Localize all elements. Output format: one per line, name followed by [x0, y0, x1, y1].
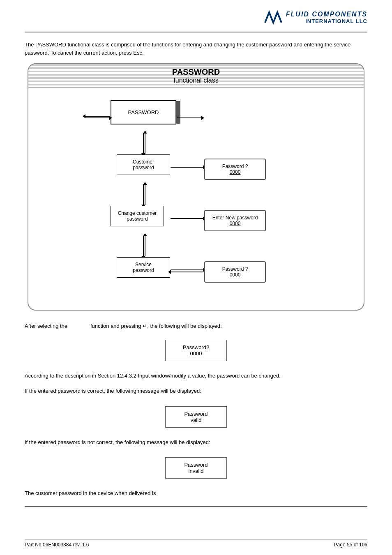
display2-line1: Enter New password	[208, 215, 262, 221]
diagram-title-sub: functional class	[28, 77, 364, 84]
display1-line1: Password ?	[208, 164, 262, 169]
valid-display-wrapper: Password valid	[25, 402, 367, 432]
password-main-label: PASSWORD	[128, 109, 159, 115]
after-select-row: After selecting the function and pressin…	[25, 323, 367, 329]
logo-text: FLUID COMPONENTS INTERNATIONAL LLC	[286, 10, 367, 25]
delivered-text: The customer password in the device when…	[25, 489, 362, 498]
password-prompt-wrapper: Password? 0000	[25, 336, 367, 365]
diagram-title-main: PASSWORD	[28, 67, 364, 77]
arrow-left-out	[85, 116, 110, 117]
password-prompt-line2: 0000	[169, 350, 223, 357]
section-incorrect-text: If the entered password is not correct, …	[25, 438, 362, 447]
display3-line2: 0000	[208, 272, 262, 278]
after-select-right: function and pressing ↵, the following w…	[90, 323, 222, 329]
valid-line2: valid	[169, 417, 223, 423]
intro-text: The PASSWORD functional class is compris…	[25, 41, 362, 57]
password-main-box: PASSWORD	[111, 100, 176, 124]
diagram-container: PASSWORD functional class PASSWORD Custo…	[28, 63, 364, 311]
service-password-box: Service password	[117, 257, 170, 278]
password-display-1: Password ? 0000	[204, 159, 266, 180]
valid-line1: Password	[169, 411, 223, 417]
footer-page: Page 55 of 106	[334, 542, 367, 548]
display2-line2: 0000	[208, 221, 262, 226]
display1-line2: 0000	[208, 169, 262, 175]
after-select-left: After selecting the	[25, 323, 90, 329]
arrow-left-in	[85, 117, 110, 118]
arrow-up-from-service	[145, 236, 145, 256]
password-prompt-display: Password? 0000	[165, 340, 227, 361]
page-header: FLUID COMPONENTS INTERNATIONAL LLC	[25, 8, 367, 32]
delivered-section: The customer password in the device when…	[25, 489, 367, 507]
arrow-up-from-customer	[145, 133, 145, 154]
arrow-down-to-change	[143, 184, 144, 205]
arrow-up-from-change	[145, 184, 145, 205]
password-display-2: Enter New password 0000	[204, 210, 266, 231]
page-footer: Part No 06EN003384 rev. 1.6 Page 55 of 1…	[25, 539, 367, 548]
arrow-change-to-display	[171, 218, 203, 219]
change-customer-password-box: Change customer password	[111, 206, 164, 226]
arrow-down-to-customer	[143, 133, 144, 154]
section-correct-text: If the entered password is correct, the …	[25, 387, 362, 396]
arrow-service-from-display	[171, 272, 203, 272]
arrow-service-to-display	[171, 269, 203, 270]
diagram-body: PASSWORD Customer password Password ?	[28, 88, 364, 310]
invalid-line2: invalid	[169, 468, 223, 474]
logo-icon	[263, 8, 284, 27]
password-prompt-line1: Password?	[169, 344, 223, 350]
arrow-right-out	[177, 117, 202, 118]
service-password-label: Service password	[133, 262, 154, 273]
invalid-display-wrapper: Password invalid	[25, 453, 367, 483]
logo-subtitle-text: INTERNATIONAL LLC	[286, 18, 367, 25]
logo: FLUID COMPONENTS INTERNATIONAL LLC	[263, 8, 367, 27]
valid-display: Password valid	[165, 406, 227, 428]
change-customer-password-label: Change customer password	[118, 210, 157, 222]
footer-part-no: Part No 06EN003384 rev. 1.6	[25, 542, 89, 548]
diagram-header: PASSWORD functional class	[28, 64, 364, 88]
display3-line1: Password ?	[208, 266, 262, 272]
customer-password-box: Customer password	[117, 154, 170, 175]
customer-password-label: Customer password	[133, 159, 154, 170]
arrow-down-to-service	[143, 236, 144, 256]
invalid-line1: Password	[169, 462, 223, 468]
arrow-customer-to-display	[171, 167, 203, 168]
invalid-display: Password invalid	[165, 457, 227, 479]
password-display-3: Password ? 0000	[204, 261, 266, 283]
logo-fci-text: FLUID COMPONENTS	[286, 10, 367, 18]
section-changed-text: According to the description in Section …	[25, 372, 362, 380]
